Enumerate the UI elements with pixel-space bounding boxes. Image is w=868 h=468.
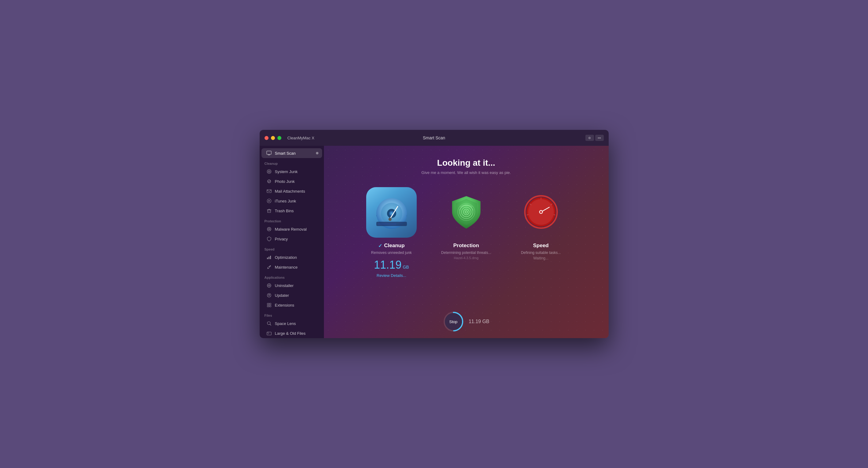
review-details-link[interactable]: Review Details... (377, 273, 406, 278)
privacy-label: Privacy (275, 237, 288, 241)
svg-rect-9 (268, 210, 271, 212)
extensions-icon (267, 302, 272, 308)
updater-icon (267, 293, 272, 298)
sidebar-item-space-lens[interactable]: Space Lens (261, 319, 322, 328)
svg-point-5 (269, 171, 270, 172)
protection-card: Protection Determining potential threats… (433, 187, 500, 278)
system-junk-icon (267, 169, 272, 174)
sidebar-item-extensions[interactable]: Extensions (261, 300, 322, 310)
protection-shield-icon (448, 194, 485, 231)
sidebar-item-uninstaller[interactable]: Uninstaller (261, 281, 322, 290)
speed-card: Speed Defining suitable tasks... Waiting… (507, 187, 575, 278)
sidebar-item-mail-attachments[interactable]: Mail Attachments (261, 186, 322, 196)
sidebar-item-maintenance[interactable]: Maintenance (261, 262, 322, 272)
cleanup-icon-wrapper (366, 187, 417, 238)
privacy-icon (267, 236, 272, 242)
active-indicator (316, 152, 318, 154)
itunes-icon (267, 198, 272, 204)
system-junk-label: System Junk (275, 169, 298, 174)
photo-junk-icon (267, 179, 272, 184)
updater-label: Updater (275, 293, 289, 298)
titlebar-actions: ⚙ ••• (585, 135, 604, 141)
sidebar-item-malware-removal[interactable]: Malware Removal (261, 224, 322, 234)
sidebar-item-optimization[interactable]: Optimization (261, 253, 322, 262)
main-title: Looking at it... (437, 158, 495, 168)
section-label-speed: Speed (260, 244, 324, 253)
sidebar-item-system-junk[interactable]: System Junk (261, 167, 322, 176)
mail-attachments-label: Mail Attachments (275, 189, 305, 194)
svg-rect-33 (270, 303, 271, 305)
more-button[interactable]: ••• (595, 135, 604, 141)
section-label-files: Files (260, 310, 324, 319)
smart-scan-icon (267, 150, 272, 156)
svg-rect-20 (267, 258, 268, 259)
malware-icon (267, 226, 272, 232)
cleanup-disk-icon (372, 193, 411, 232)
bottom-area: Stop 11.19 GB (443, 311, 490, 332)
mail-icon (267, 188, 272, 194)
speed-waiting: Waiting... (533, 256, 549, 260)
cleanup-desc: Removes unneeded junk (371, 251, 412, 255)
protection-file: Hazel-4.3.5.dmg (454, 256, 478, 260)
main-subtitle: Give me a moment. We all wish it was eas… (421, 170, 511, 175)
extensions-label: Extensions (275, 303, 294, 308)
minimize-button[interactable] (271, 136, 275, 140)
svg-rect-51 (378, 223, 396, 225)
svg-point-49 (389, 218, 392, 221)
section-label-cleanup: Cleanup (260, 158, 324, 167)
svg-rect-21 (269, 257, 270, 259)
maintenance-label: Maintenance (275, 265, 298, 269)
stop-button[interactable]: Stop (445, 313, 462, 330)
sidebar-item-photo-junk[interactable]: Photo Junk (261, 176, 322, 186)
svg-rect-35 (270, 305, 271, 307)
cleanup-check-icon: ✓ (378, 243, 382, 249)
svg-line-37 (270, 324, 271, 325)
svg-rect-22 (270, 256, 271, 259)
uninstaller-label: Uninstaller (275, 283, 293, 288)
sidebar-item-itunes-junk[interactable]: iTunes Junk (261, 196, 322, 206)
speed-meter-icon (523, 194, 559, 231)
protection-icon-wrapper (441, 187, 491, 238)
svg-point-23 (267, 268, 268, 269)
titlebar-title: Smart Scan (423, 136, 445, 140)
main-content: Looking at it... Give me a moment. We al… (324, 146, 609, 338)
itunes-junk-label: iTunes Junk (275, 199, 297, 203)
svg-rect-0 (267, 151, 271, 154)
settings-button[interactable]: ⚙ (585, 135, 594, 141)
svg-rect-7 (267, 189, 271, 193)
protection-status: Determining potential threats... (441, 251, 491, 255)
optimization-icon (267, 255, 272, 260)
content-area: Smart Scan Cleanup System Junk (260, 146, 609, 338)
protection-title: Protection (453, 242, 479, 249)
sidebar-item-smart-scan[interactable]: Smart Scan (261, 148, 322, 158)
speed-title: Speed (533, 242, 549, 249)
app-name-label: CleanMyMac X (287, 136, 314, 140)
sidebar-item-large-old-files[interactable]: Large & Old Files (261, 328, 322, 338)
maximize-button[interactable] (277, 136, 281, 140)
cleanup-title: ✓ Cleanup (378, 242, 404, 249)
svg-rect-39 (268, 333, 269, 334)
sidebar: Smart Scan Cleanup System Junk (260, 146, 324, 338)
titlebar: CleanMyMac X Smart Scan ⚙ ••• (260, 130, 609, 146)
svg-rect-34 (267, 305, 269, 307)
speed-icon-wrapper (516, 187, 566, 238)
photo-junk-label: Photo Junk (275, 179, 295, 184)
sidebar-item-privacy[interactable]: Privacy (261, 234, 322, 244)
size-display: 11.19 GB (469, 319, 490, 324)
sidebar-item-updater[interactable]: Updater (261, 290, 322, 300)
large-files-icon (267, 330, 272, 336)
stop-button-wrapper: Stop (443, 311, 464, 332)
space-lens-label: Space Lens (275, 321, 296, 326)
sidebar-item-trash-bins[interactable]: Trash Bins (261, 206, 322, 215)
space-lens-icon (267, 321, 272, 326)
speed-status: Defining suitable tasks... (521, 251, 561, 255)
section-label-applications: Applications (260, 272, 324, 281)
svg-point-6 (268, 180, 271, 183)
cleanup-size: 11.19 GB (374, 259, 409, 271)
smart-scan-label: Smart Scan (275, 151, 296, 155)
maintenance-icon (267, 264, 272, 270)
app-window: CleanMyMac X Smart Scan ⚙ ••• Smart Scan (260, 130, 609, 338)
cards-row: ✓ Cleanup Removes unneeded junk 11.19 GB… (358, 187, 575, 278)
svg-point-25 (269, 285, 270, 286)
close-button[interactable] (265, 136, 269, 140)
